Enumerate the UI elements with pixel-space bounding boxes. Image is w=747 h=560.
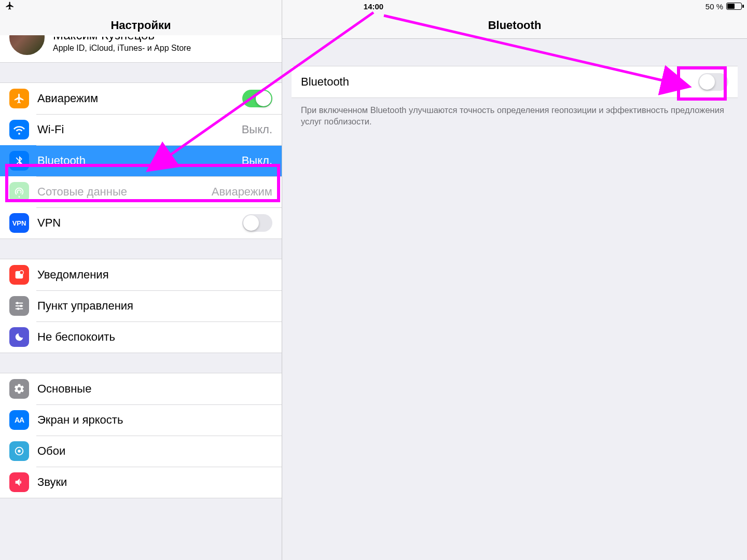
sidebar-item-display[interactable]: AA Экран и яркость xyxy=(0,404,282,436)
sidebar-item-dnd[interactable]: Не беспокоить xyxy=(0,321,282,353)
detail-pane: Bluetooth Bluetooth При включенном Bluet… xyxy=(282,0,747,560)
sidebar-item-label: VPN xyxy=(37,216,234,230)
controlcenter-icon xyxy=(9,296,29,316)
sidebar-item-label: Сотовые данные xyxy=(37,185,203,199)
wallpaper-icon xyxy=(9,441,29,461)
airplane-icon xyxy=(9,89,29,108)
bluetooth-footer-text: При включенном Bluetooth улучшаются точн… xyxy=(292,98,738,134)
status-time: 14:00 xyxy=(364,2,383,11)
sidebar-item-label: Звуки xyxy=(37,475,272,489)
sidebar-item-label: Авиарежим xyxy=(37,92,234,105)
profile-name: Максим Кузнецов xyxy=(53,37,191,43)
bluetooth-switch[interactable] xyxy=(698,73,728,91)
sidebar-item-cellular: Сотовые данные Авиарежим xyxy=(0,176,282,207)
sidebar-item-vpn[interactable]: VPN VPN xyxy=(0,207,282,239)
bluetooth-switch-row[interactable]: Bluetooth xyxy=(292,66,738,98)
sidebar-item-value: Выкл. xyxy=(242,123,272,136)
cellular-icon xyxy=(9,182,29,202)
battery-icon xyxy=(726,3,742,10)
bluetooth-icon xyxy=(9,151,29,171)
sidebar-item-controlcenter[interactable]: Пункт управления xyxy=(0,290,282,321)
airplane-toggle[interactable] xyxy=(242,90,272,107)
sidebar-item-label: Экран и яркость xyxy=(37,413,272,427)
sidebar-item-wifi[interactable]: Wi-Fi Выкл. xyxy=(0,114,282,145)
sidebar-item-general[interactable]: Основные xyxy=(0,373,282,404)
sidebar-group-general: Основные AA Экран и яркость Обои xyxy=(0,373,282,498)
sidebar-group-network: Авиарежим Wi-Fi Выкл. Bluetoo xyxy=(0,82,282,239)
sounds-icon xyxy=(9,472,29,492)
sidebar-item-bluetooth[interactable]: Bluetooth Выкл. xyxy=(0,145,282,176)
svg-point-5 xyxy=(20,305,22,307)
sidebar-item-label: Bluetooth xyxy=(37,154,233,167)
sidebar-item-value: Авиарежим xyxy=(212,185,272,199)
sidebar-item-label: Пункт управления xyxy=(37,299,272,313)
sidebar: Настройки Максим Кузнецов Apple ID, iClo… xyxy=(0,0,282,560)
sidebar-item-label: Обои xyxy=(37,444,272,458)
split-view: Настройки Максим Кузнецов Apple ID, iClo… xyxy=(0,0,747,560)
profile-row[interactable]: Максим Кузнецов Apple ID, iCloud, iTunes… xyxy=(0,35,282,63)
vpn-icon: VPN xyxy=(9,213,29,233)
svg-point-1 xyxy=(20,271,23,274)
battery-fill xyxy=(727,4,735,9)
profile-sub: Apple ID, iCloud, iTunes- и App Store xyxy=(53,43,191,53)
sidebar-title: Настройки xyxy=(110,19,171,32)
notifications-icon xyxy=(9,265,29,285)
sidebar-item-label: Уведомления xyxy=(37,268,272,282)
status-right: 50 % xyxy=(706,2,742,11)
sidebar-item-notifications[interactable]: Уведомления xyxy=(0,259,282,290)
svg-point-7 xyxy=(17,307,20,310)
svg-point-3 xyxy=(16,302,19,304)
gear-icon xyxy=(9,379,29,399)
dnd-icon xyxy=(9,327,29,347)
display-icon: AA xyxy=(9,410,29,430)
wifi-icon xyxy=(9,120,29,139)
svg-point-9 xyxy=(18,450,21,453)
sidebar-item-sounds[interactable]: Звуки xyxy=(0,467,282,498)
sidebar-item-label: Основные xyxy=(37,382,272,396)
sidebar-group-notifications: Уведомления Пункт управления Не беспокои… xyxy=(0,259,282,353)
avatar xyxy=(9,35,45,55)
bluetooth-switch-label: Bluetooth xyxy=(301,75,349,89)
sidebar-scroll[interactable]: Максим Кузнецов Apple ID, iCloud, iTunes… xyxy=(0,35,282,560)
airplane-mode-status-icon xyxy=(5,1,15,12)
sidebar-item-wallpaper[interactable]: Обои xyxy=(0,436,282,467)
detail-title: Bluetooth xyxy=(488,19,542,32)
sidebar-item-label: Wi-Fi xyxy=(37,123,233,136)
battery-percentage-label: 50 % xyxy=(706,2,723,11)
status-bar: 14:00 50 % xyxy=(0,0,747,12)
detail-body: Bluetooth При включенном Bluetooth улучш… xyxy=(282,39,747,134)
sidebar-item-airplane[interactable]: Авиарежим xyxy=(0,83,282,114)
sidebar-item-label: Не беспокоить xyxy=(37,330,272,344)
status-left xyxy=(5,1,15,12)
profile-text: Максим Кузнецов Apple ID, iCloud, iTunes… xyxy=(53,37,191,53)
vpn-toggle[interactable] xyxy=(242,214,272,232)
sidebar-item-value: Выкл. xyxy=(242,154,272,167)
